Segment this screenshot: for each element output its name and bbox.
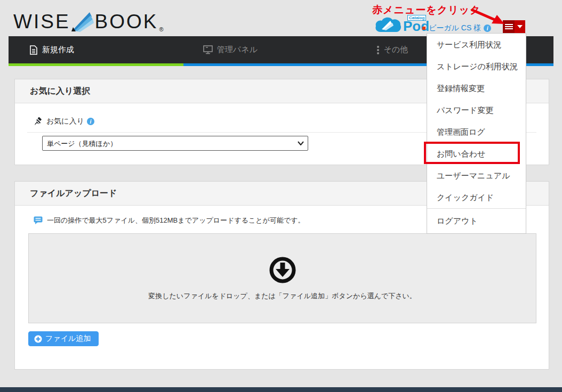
menu-item-service-usage[interactable]: サービス利用状況 <box>427 34 526 55</box>
tab-admin-panel[interactable]: 管理パネル <box>190 36 372 63</box>
vertical-dots-icon <box>376 45 380 55</box>
active-tab-indicator <box>9 63 183 66</box>
favorites-select[interactable]: 単ページ（見積ほか） <box>42 136 308 151</box>
menu-item-contact[interactable]: お問い合わせ <box>427 143 526 165</box>
footer-bar <box>0 387 562 392</box>
menu-item-quick-guide[interactable]: クイックガイド <box>427 186 526 208</box>
tab-label: 新規作成 <box>42 45 74 55</box>
dropzone-text: 変換したいファイルをドロップ、または「ファイル追加」ボタンから選んで下さい。 <box>148 291 416 301</box>
upload-note: 一回の操作で最大5ファイル、個別512MBまでアップロードすることが可能です。 <box>47 216 305 225</box>
menu-item-registration-change[interactable]: 登録情報変更 <box>427 77 526 99</box>
logo-wise-text: WISE <box>13 11 70 33</box>
tab-new-creation[interactable]: 新規作成 <box>9 36 190 63</box>
tab-label: 管理パネル <box>217 45 258 55</box>
monitor-icon <box>203 45 213 54</box>
menu-item-storage-usage[interactable]: ストレージの利用状況 <box>427 55 526 77</box>
logo-book-text: BOOK <box>95 11 158 33</box>
plus-circle-icon <box>34 335 42 343</box>
upload-note-row: 一回の操作で最大5ファイル、個別512MBまでアップロードすることが可能です。 <box>34 216 305 225</box>
info-icon[interactable]: i <box>87 118 94 125</box>
menu-item-user-manual[interactable]: ユーザーマニュアル <box>427 165 526 186</box>
menu-item-logout[interactable]: ログアウト <box>427 209 526 233</box>
add-file-button[interactable]: ファイル追加 <box>28 331 99 346</box>
download-arrow-icon <box>269 256 296 284</box>
cloud-icon <box>374 16 402 33</box>
file-dropzone[interactable]: 変換したいファイルをドロップ、または「ファイル追加」ボタンから選んで下さい。 <box>28 233 536 323</box>
comment-icon <box>34 216 43 225</box>
menu-item-admin-log[interactable]: 管理画面ログ <box>427 121 526 143</box>
account-dropdown-menu: サービス利用状況 ストレージの利用状況 登録情報変更 パスワード変更 管理画面ロ… <box>427 33 526 234</box>
annotation-arrow-icon <box>468 4 507 28</box>
registered-mark: ® <box>159 26 163 32</box>
book-fan-icon <box>71 11 94 32</box>
caret-down-icon <box>517 25 523 28</box>
tab-label: その他 <box>384 45 408 55</box>
add-file-button-label: ファイル追加 <box>45 334 91 344</box>
annotation-text: 赤メニューをクリック <box>372 3 481 17</box>
bullet-icon <box>422 27 425 30</box>
document-icon <box>29 45 38 55</box>
page: WISE BOOK ® Pod Catalog ビーガル CS 様 i <box>0 0 562 392</box>
pushpin-icon <box>34 117 43 126</box>
wisebook-logo: WISE BOOK ® <box>13 10 164 34</box>
favorites-label: お気に入り <box>46 117 84 126</box>
favorites-label-row: お気に入り i <box>34 117 94 126</box>
menu-item-password-change[interactable]: パスワード変更 <box>427 99 526 121</box>
catalog-pod-logo: Pod Catalog <box>374 16 429 33</box>
